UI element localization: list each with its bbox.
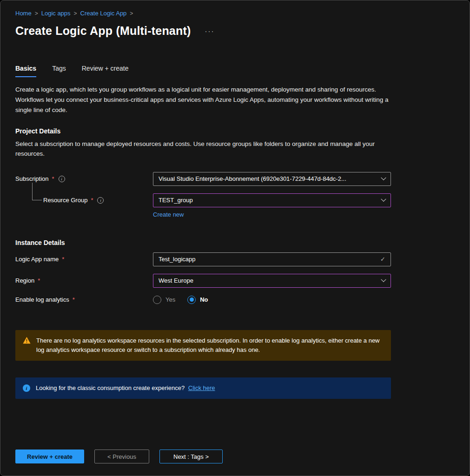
required-asterisk: * bbox=[38, 277, 40, 284]
breadcrumb-separator: > bbox=[130, 10, 133, 17]
region-label: Region bbox=[15, 277, 34, 284]
warning-banner-text: There are no log analytics workspace res… bbox=[36, 336, 384, 355]
create-logic-app-page: Home > Logic apps > Create Logic App > C… bbox=[0, 0, 470, 476]
region-row: Region* West Europe bbox=[15, 274, 391, 288]
radio-no-label: No bbox=[200, 296, 208, 303]
breadcrumb-link-create-logic-app[interactable]: Create Logic App bbox=[80, 10, 127, 17]
info-banner-text-wrap: Looking for the classic consumption crea… bbox=[36, 383, 215, 393]
log-analytics-label-group: Enable log analytics* bbox=[15, 296, 153, 303]
validation-check-icon: ✓ bbox=[380, 256, 385, 263]
chevron-down-icon bbox=[381, 196, 386, 201]
project-details-description: Select a subscription to manage deployed… bbox=[15, 139, 391, 159]
review-create-button[interactable]: Review + create bbox=[15, 450, 84, 463]
subscription-row: Subscription* i Visual Studio Enterprise… bbox=[15, 172, 391, 186]
tab-tags[interactable]: Tags bbox=[52, 65, 66, 77]
page-title: Create Logic App (Multi-tenant) bbox=[15, 24, 191, 38]
region-dropdown[interactable]: West Europe bbox=[153, 274, 391, 288]
breadcrumb-separator: > bbox=[74, 10, 77, 17]
tab-review-create[interactable]: Review + create bbox=[82, 65, 129, 77]
tree-connector-line bbox=[32, 183, 42, 200]
subscription-label-group: Subscription* i bbox=[15, 175, 153, 182]
radio-yes-label: Yes bbox=[165, 296, 175, 303]
log-analytics-radio-group: Yes No bbox=[153, 296, 391, 304]
subscription-dropdown[interactable]: Visual Studio Enterprise-Abonnement (692… bbox=[153, 172, 391, 186]
region-label-group: Region* bbox=[15, 277, 153, 284]
log-analytics-row: Enable log analytics* Yes No bbox=[15, 296, 391, 304]
title-row: Create Logic App (Multi-tenant) ··· bbox=[15, 24, 455, 38]
resource-group-dropdown[interactable]: TEST_group bbox=[153, 193, 391, 207]
required-asterisk: * bbox=[91, 197, 93, 204]
previous-button[interactable]: < Previous bbox=[94, 450, 149, 463]
radio-yes[interactable]: Yes bbox=[153, 296, 175, 304]
logic-app-name-label-group: Logic App name* bbox=[15, 256, 153, 263]
project-details-form: Subscription* i Visual Studio Enterprise… bbox=[15, 172, 391, 218]
info-icon[interactable]: i bbox=[59, 176, 65, 182]
subscription-label: Subscription bbox=[15, 175, 49, 182]
radio-circle-icon bbox=[187, 296, 196, 304]
click-here-link[interactable]: Click here bbox=[188, 384, 215, 391]
form-content: Create a logic app, which lets you group… bbox=[15, 85, 391, 399]
radio-circle-icon bbox=[153, 296, 161, 304]
logic-app-name-label: Logic App name bbox=[15, 256, 59, 263]
intro-text: Create a logic app, which lets you group… bbox=[15, 85, 391, 115]
more-options-icon[interactable]: ··· bbox=[205, 27, 214, 35]
info-icon[interactable]: i bbox=[97, 197, 104, 204]
breadcrumb-link-home[interactable]: Home bbox=[15, 10, 32, 17]
resource-group-label: Resource Group bbox=[43, 197, 87, 204]
create-new-link[interactable]: Create new bbox=[153, 211, 184, 218]
tab-basics[interactable]: Basics bbox=[15, 65, 36, 77]
footer-button-bar: Review + create < Previous Next : Tags > bbox=[15, 450, 223, 463]
logic-app-name-input[interactable] bbox=[159, 256, 377, 263]
log-analytics-label: Enable log analytics bbox=[15, 296, 69, 303]
create-new-row: Create new bbox=[15, 210, 391, 218]
instance-details-heading: Instance Details bbox=[15, 239, 391, 246]
chevron-down-icon bbox=[381, 175, 386, 180]
required-asterisk: * bbox=[62, 256, 64, 263]
resource-group-row: Resource Group* i TEST_group bbox=[15, 193, 391, 207]
logic-app-name-row: Logic App name* ✓ bbox=[15, 252, 391, 266]
logic-app-name-textbox: ✓ bbox=[153, 252, 391, 266]
required-asterisk: * bbox=[52, 175, 54, 182]
breadcrumb-link-logic-apps[interactable]: Logic apps bbox=[41, 10, 71, 17]
tab-bar: Basics Tags Review + create bbox=[15, 65, 455, 77]
next-tags-button[interactable]: Next : Tags > bbox=[159, 450, 223, 463]
chevron-down-icon bbox=[381, 277, 386, 282]
warning-triangle-icon bbox=[23, 337, 31, 344]
resource-group-value: TEST_group bbox=[159, 197, 193, 204]
breadcrumb-separator: > bbox=[35, 10, 38, 17]
info-banner-text: Looking for the classic consumption crea… bbox=[36, 384, 185, 391]
info-circle-icon: i bbox=[23, 384, 30, 392]
project-details-heading: Project Details bbox=[15, 127, 391, 135]
required-asterisk: * bbox=[73, 296, 75, 303]
subscription-value: Visual Studio Enterprise-Abonnement (692… bbox=[159, 175, 346, 182]
radio-no[interactable]: No bbox=[187, 296, 208, 304]
warning-banner: There are no log analytics workspace res… bbox=[15, 330, 391, 361]
info-banner: i Looking for the classic consumption cr… bbox=[15, 377, 391, 399]
breadcrumb: Home > Logic apps > Create Logic App > bbox=[15, 10, 455, 17]
region-value: West Europe bbox=[159, 277, 193, 284]
